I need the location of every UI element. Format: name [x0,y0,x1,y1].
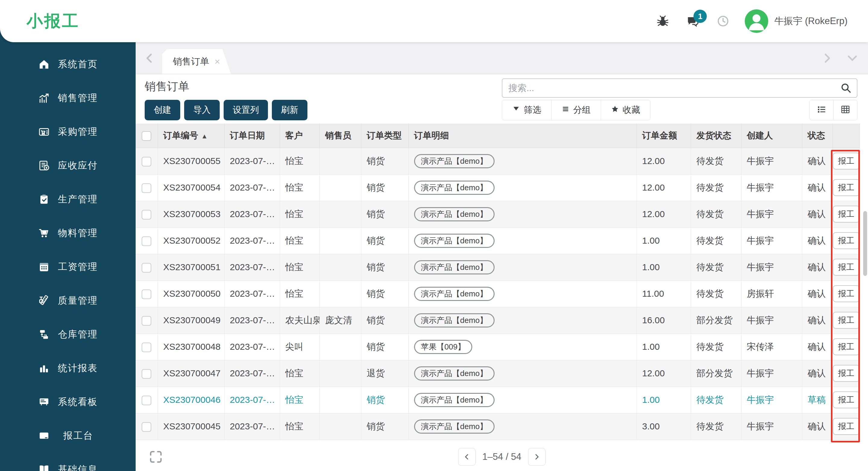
list-view-button[interactable] [809,100,833,120]
report-work-button[interactable]: 报工 [833,365,860,382]
sidebar-item-12[interactable]: 报工台 [0,419,135,452]
cell-order-no[interactable]: XS230700047 [158,360,224,387]
tabs-scroll-right-icon[interactable] [821,52,833,64]
report-work-button[interactable]: 报工 [833,179,860,196]
row-checkbox[interactable] [142,236,151,246]
cell-order-no[interactable]: XS230700051 [158,254,224,281]
report-work-button[interactable]: 报工 [833,153,860,170]
report-work-button[interactable]: 报工 [833,312,860,329]
pagination-next-button[interactable] [528,448,546,466]
sidebar-item-10[interactable]: 统计报表 [0,351,135,385]
row-checkbox[interactable] [142,183,151,193]
avatar[interactable] [745,9,768,33]
cell-order-no[interactable]: XS230700049 [158,307,224,333]
sidebar-item-label: 物料管理 [58,227,98,239]
toolbar-button-3[interactable]: 设置列 [224,100,268,120]
search-icon[interactable] [840,82,852,94]
report-work-button[interactable]: 报工 [833,259,860,275]
row-checkbox[interactable] [142,422,151,432]
filter-button-1[interactable]: 筛选 [502,100,552,120]
sidebar-item-3[interactable]: 采购管理 [0,115,135,149]
table-row[interactable]: XS2307000502023-07-…怡宝销货演示产品【demo】11.00待… [135,281,860,307]
tabs-scroll-left-icon[interactable] [144,52,156,64]
app-logo: 小报工 [27,10,80,32]
cell-order-no[interactable]: XS230700055 [158,148,224,174]
expand-selection-icon[interactable] [148,449,163,464]
sidebar-item-13[interactable]: 基础信息 [0,452,135,471]
row-checkbox[interactable] [142,157,151,167]
toolbar-button-1[interactable]: 创建 [145,100,180,120]
cell-order-no[interactable]: XS230700045 [158,413,224,440]
bug-icon[interactable] [655,14,670,28]
column-header[interactable]: 订单编号▲ [158,124,224,148]
filter-button-3[interactable]: 收藏 [601,100,650,120]
tabs-dropdown-icon[interactable] [846,52,858,64]
cell-order-date: 2023-07-… [224,148,280,174]
row-checkbox[interactable] [142,210,151,219]
cell-report-work: 报工 [832,387,860,413]
column-header[interactable]: 订单类型 [361,124,408,148]
cell-order-no[interactable]: XS230700050 [158,281,224,307]
cell-order-detail: 演示产品【demo】 [408,227,637,254]
column-header[interactable]: 状态 [802,124,832,148]
row-checkbox-cell [135,174,158,201]
row-checkbox[interactable] [142,263,151,273]
sidebar-item-6[interactable]: 物料管理 [0,216,135,250]
column-header[interactable]: 订单日期 [224,124,280,148]
search-input[interactable] [502,83,840,93]
report-work-button[interactable]: 报工 [833,418,860,435]
column-header[interactable]: 客户 [280,124,319,148]
table-row[interactable]: XS2307000472023-07-…怡宝退货演示产品【demo】12.00部… [135,360,860,387]
table-row[interactable]: XS2307000522023-07-…怡宝销货演示产品【demo】1.00待发… [135,227,860,254]
report-work-button[interactable]: 报工 [833,285,860,302]
column-header[interactable]: 订单明细 [408,124,637,148]
activity-clock-icon[interactable] [716,14,730,28]
table-row[interactable]: XS2307000492023-07-…农夫山泉庞文清销货演示产品【demo】1… [135,307,860,333]
cell-order-no[interactable]: XS230700046 [158,387,224,413]
row-checkbox[interactable] [142,290,151,299]
sidebar-item-1[interactable]: 系统首页 [0,47,135,81]
vertical-scrollbar[interactable] [863,211,867,276]
filter-button-2[interactable]: 分组 [552,100,601,120]
column-header[interactable]: 发货状态 [691,124,741,148]
toolbar-button-2[interactable]: 导入 [184,100,220,120]
table-row[interactable]: XS2307000512023-07-…怡宝销货演示产品【demo】1.00待发… [135,254,860,281]
column-header[interactable]: 订单金额 [637,124,691,148]
table-row[interactable]: XS2307000542023-07-…怡宝销货演示产品【demo】12.00待… [135,174,860,201]
row-checkbox[interactable] [142,343,151,352]
sidebar-item-7[interactable]: 工资管理 [0,250,135,284]
cell-order-no[interactable]: XS230700054 [158,174,224,201]
select-all-checkbox[interactable] [142,131,151,141]
row-checkbox[interactable] [142,369,151,379]
sidebar-item-8[interactable]: 质量管理 [0,284,135,318]
user-name[interactable]: 牛振宇 (RokeErp) [774,15,847,27]
row-checkbox[interactable] [142,316,151,326]
table-row[interactable]: XS2307000532023-07-…怡宝销货演示产品【demo】12.00待… [135,201,860,227]
row-checkbox[interactable] [142,395,151,405]
column-header[interactable]: 销售员 [319,124,361,148]
report-work-button[interactable]: 报工 [833,232,860,249]
cell-order-no[interactable]: XS230700048 [158,333,224,360]
table-row[interactable]: XS2307000462023-07-…怡宝销货演示产品【demo】1.00待发… [135,387,860,413]
report-work-button[interactable]: 报工 [833,206,860,223]
sidebar-item-5[interactable]: 生产管理 [0,182,135,216]
tab-close-icon[interactable]: × [215,56,220,67]
cell-order-no[interactable]: XS230700053 [158,201,224,227]
table-row[interactable]: XS2307000452023-07-…怡宝销货演示产品【demo】3.00待发… [135,413,860,440]
table-row[interactable]: XS2307000552023-07-…怡宝销货演示产品【demo】12.00待… [135,148,860,174]
tab-sales-orders[interactable]: 销售订单 × [162,49,231,74]
sidebar-item-2[interactable]: 销售管理 [0,81,135,115]
sidebar-item-9[interactable]: 仓库管理 [0,318,135,351]
report-work-button[interactable]: 报工 [833,338,860,355]
cell-order-no[interactable]: XS230700052 [158,227,224,254]
pagination-prev-button[interactable] [458,448,475,466]
cell-order-detail: 演示产品【demo】 [408,360,637,387]
grid-view-button[interactable] [833,100,857,120]
table-row[interactable]: XS2307000482023-07-…尖叫销货苹果【009】1.00待发货宋传… [135,333,860,360]
column-header[interactable]: 创建人 [741,124,802,148]
messages-icon[interactable]: 1 [686,14,700,28]
sidebar-item-11[interactable]: 系统看板 [0,385,135,419]
report-work-button[interactable]: 报工 [833,391,860,408]
toolbar-button-4[interactable]: 刷新 [272,100,307,120]
sidebar-item-4[interactable]: 应收应付 [0,149,135,182]
